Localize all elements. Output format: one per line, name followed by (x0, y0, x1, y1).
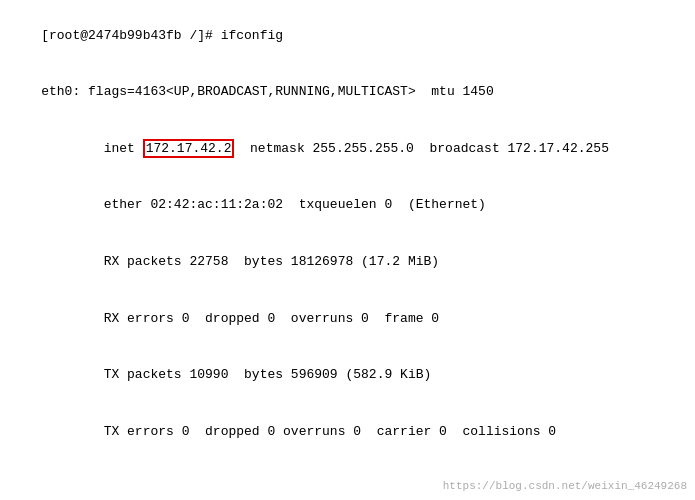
terminal-window: [root@2474b99b43fb /]# ifconfig eth0: fl… (0, 0, 695, 500)
rx-errors-text: RX errors 0 dropped 0 overruns 0 frame 0 (41, 311, 439, 326)
eth0-header-text: eth0: flags=4163<UP,BROADCAST,RUNNING,MU… (41, 84, 493, 99)
line-tx-packets: TX packets 10990 bytes 596909 (582.9 KiB… (10, 347, 685, 404)
inet-suffix: netmask 255.255.255.0 broadcast 172.17.4… (234, 141, 608, 156)
ether-text: ether 02:42:ac:11:2a:02 txqueuelen 0 (Et… (41, 197, 486, 212)
watermark-text: https://blog.csdn.net/weixin_46249268 (443, 480, 687, 492)
tx-packets-text: TX packets 10990 bytes 596909 (582.9 KiB… (41, 367, 431, 382)
inet-prefix: inet (41, 141, 142, 156)
ip-address-highlight: 172.17.42.2 (143, 139, 235, 158)
line-eth0-header: eth0: flags=4163<UP,BROADCAST,RUNNING,MU… (10, 65, 685, 122)
line-ifconfig-cmd: [root@2474b99b43fb /]# ifconfig (10, 8, 685, 65)
line-rx-packets: RX packets 22758 bytes 18126978 (17.2 Mi… (10, 234, 685, 291)
line-rx-errors: RX errors 0 dropped 0 overruns 0 frame 0 (10, 291, 685, 348)
tx-errors-text: TX errors 0 dropped 0 overruns 0 carrier… (41, 424, 556, 439)
line-inet: inet 172.17.42.2 netmask 255.255.255.0 b… (10, 121, 685, 178)
ifconfig-text: [root@2474b99b43fb /]# ifconfig (41, 28, 283, 43)
line-tx-errors: TX errors 0 dropped 0 overruns 0 carrier… (10, 404, 685, 461)
rx-packets-text: RX packets 22758 bytes 18126978 (17.2 Mi… (41, 254, 439, 269)
line-blank-1 (10, 460, 685, 479)
line-ether: ether 02:42:ac:11:2a:02 txqueuelen 0 (Et… (10, 178, 685, 235)
